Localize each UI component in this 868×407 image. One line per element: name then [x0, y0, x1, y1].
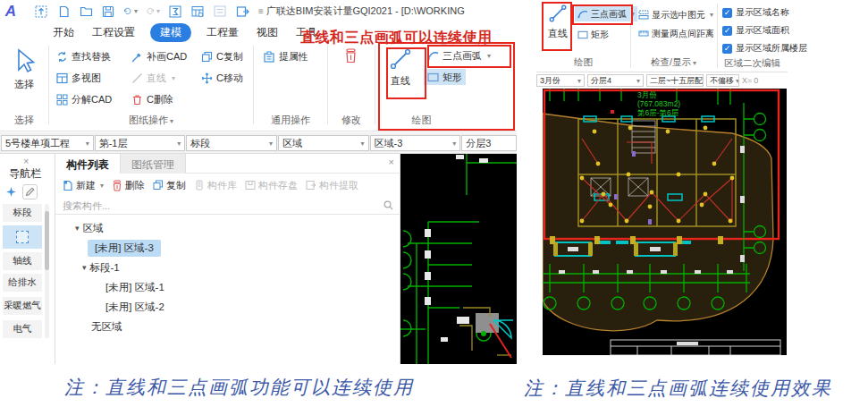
area-type-dropdown[interactable]: 区域▾: [278, 135, 369, 151]
chevron-down-icon: ▾: [172, 74, 175, 82]
chevron-down-icon: ▾: [736, 77, 739, 85]
offset-dropdown[interactable]: 不偏移▾: [706, 74, 739, 87]
search-input[interactable]: [63, 200, 383, 211]
project-dropdown[interactable]: 5号楼单项工程▾: [1, 135, 94, 151]
table-settings-icon[interactable]: [190, 4, 205, 19]
tree-node-area2[interactable]: [未用] 区域-2: [55, 297, 400, 317]
sum-icon[interactable]: [168, 4, 182, 19]
checkbox-show-area-floor[interactable]: ✓显示区域所属楼层: [722, 41, 807, 55]
select-button[interactable]: 选择: [0, 48, 48, 91]
cad-viewport-main[interactable]: [400, 154, 517, 364]
group-label-draw: 绘图: [536, 56, 630, 69]
floors-dropdown[interactable]: 二层~十五层配▾: [646, 74, 704, 87]
sidebar-item-section[interactable]: 标段: [3, 204, 42, 222]
layer-dropdown[interactable]: 分层4▾: [587, 74, 644, 87]
delete-label: 删除: [125, 179, 145, 192]
rect-button[interactable]: 矩形: [575, 27, 611, 42]
trash-icon: [131, 94, 143, 106]
new-file-icon[interactable]: [56, 4, 71, 19]
tab-sheet-management[interactable]: 图纸管理: [120, 154, 186, 174]
multi-view-icon: [56, 72, 68, 84]
chevron-down-icon: ▾: [156, 7, 160, 15]
c-delete-button[interactable]: C删除: [130, 91, 199, 107]
trash-icon: [344, 48, 358, 64]
explode-cad-button[interactable]: 分解CAD: [55, 91, 130, 107]
delete-button[interactable]: [344, 48, 358, 64]
copy-icon: [153, 180, 164, 191]
find-replace-button[interactable]: 查找替换: [55, 48, 130, 64]
component-library-button: 构件库: [194, 179, 237, 192]
copy-label: 复制: [166, 179, 186, 192]
find-replace-icon: [56, 51, 68, 63]
dashed-square-icon: [16, 231, 29, 243]
area-name: 3月份: [637, 90, 680, 99]
sparkle-icon[interactable]: [4, 184, 19, 199]
month-dropdown[interactable]: 3月份▾: [536, 74, 585, 87]
patch-cad-button[interactable]: 补画CAD: [130, 48, 199, 64]
export-icon[interactable]: [235, 4, 249, 19]
nav-scrollbar[interactable]: [45, 204, 49, 338]
tab-start[interactable]: 开始: [50, 23, 77, 42]
area-size: (767.083m2): [637, 99, 680, 108]
cad-viewport-result[interactable]: 3月份 (767.083m2) 第6层-第6层: [543, 89, 787, 355]
undo-icon[interactable]: ▾: [123, 4, 138, 19]
close-icon[interactable]: ×: [23, 156, 29, 166]
layer-dropdown[interactable]: 分层3: [461, 135, 517, 151]
multi-view-label: 多视图: [72, 72, 101, 85]
publish-icon[interactable]: [34, 4, 48, 19]
sidebar-item-electrical[interactable]: 电气: [3, 320, 42, 338]
list-icon[interactable]: [213, 4, 227, 19]
sidebar-item-area-tool[interactable]: [3, 225, 42, 249]
chevron-down-icon: ▾: [269, 140, 273, 148]
save-icon[interactable]: [101, 4, 115, 19]
tree-node-no-area[interactable]: 无区域: [55, 317, 400, 336]
right-selector-bar: 3月份▾ 分层4▾ 二层~十五层配▾ 不偏移▾ X=0: [536, 74, 788, 88]
multi-view-button[interactable]: 多视图: [55, 70, 130, 86]
close-icon[interactable]: ×: [389, 157, 394, 167]
tab-project-settings[interactable]: 工程设置: [89, 23, 138, 42]
checkbox-label: 显示区域面积: [736, 24, 789, 37]
floor-dropdown[interactable]: 第-1层▾: [95, 135, 186, 151]
sidebar-item-plumbing[interactable]: 给排水: [3, 274, 42, 292]
tree-node-label: 无区域: [91, 320, 122, 334]
tree-node-area[interactable]: ▾区域: [55, 218, 400, 238]
sidebar-item-axis[interactable]: 轴线: [3, 252, 42, 270]
quick-access-toolbar: ▾ ▾: [34, 4, 249, 19]
measure-button[interactable]: 测量两点间距离: [636, 26, 717, 41]
sidebar-item-heating-gas[interactable]: 采暖燃气: [3, 297, 42, 315]
delete-button[interactable]: 删除: [112, 179, 145, 192]
annotation-bottom-left-note: 注：直线和三点画弧功能可以连续使用: [64, 375, 414, 400]
component-panel: 构件列表 图纸管理 × 新建▾ 删除 复制 构件库 构件存盘 构件提取 ▾区域 …: [55, 154, 400, 364]
group-label-check-display: 检查/显示▾: [630, 56, 717, 69]
copy-button[interactable]: 复制: [153, 179, 186, 192]
tab-modeling[interactable]: 建模: [150, 23, 191, 42]
trash-icon: [112, 180, 122, 191]
store-label: 构件存盘: [258, 179, 298, 192]
tab-quantities[interactable]: 工程量: [204, 23, 241, 42]
highlight-box-arc3: [572, 4, 633, 25]
tree-node-area1[interactable]: [未用] 区域-1: [55, 277, 400, 297]
c-copy-label: C复制: [216, 50, 243, 64]
redo-icon[interactable]: ▾: [146, 4, 160, 19]
group-label-sheet-ops: 图纸操作▾: [49, 114, 253, 127]
tree-node-area3-selected[interactable]: [未用] 区域-3: [55, 238, 400, 258]
show-selected-button[interactable]: 显示选中图元▾: [636, 7, 716, 22]
tab-component-list[interactable]: 构件列表: [55, 154, 120, 174]
area-value-dropdown[interactable]: 区域-3▾: [370, 135, 461, 151]
main-body: × 导航栏 标段 轴线 给排水 采暖燃气 电气 构件列表 图纸管理 × 新建▾ …: [0, 154, 517, 364]
checkbox-show-area-name[interactable]: ✓显示区域名称: [722, 5, 789, 20]
section-dropdown[interactable]: 标段▾: [186, 135, 277, 151]
tab-view[interactable]: 视图: [254, 23, 281, 42]
open-folder-icon[interactable]: [79, 4, 93, 19]
tree-node-section1[interactable]: ▾标段-1: [55, 258, 400, 277]
new-button[interactable]: 新建▾: [63, 179, 104, 192]
checkbox-show-area-size[interactable]: ✓显示区域面积: [722, 23, 789, 38]
pencil-icon[interactable]: [22, 184, 38, 199]
nav-scrollbar-thumb[interactable]: [45, 211, 49, 270]
extract-props-button[interactable]: 提属性: [261, 48, 327, 64]
c-copy-button[interactable]: C复制: [199, 48, 251, 64]
line-cad-button-disabled: 直线▾: [130, 70, 199, 86]
ribbon-group-modify: 修改: [328, 41, 375, 131]
extract-label: 构件提取: [319, 179, 358, 192]
c-move-button[interactable]: C移动: [199, 70, 251, 86]
